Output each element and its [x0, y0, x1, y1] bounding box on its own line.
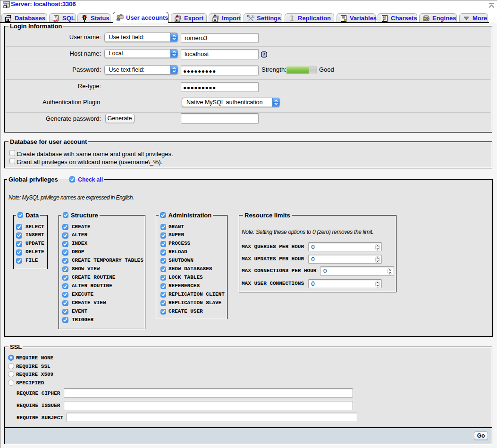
svg-text:?: ?	[263, 52, 265, 57]
svg-text:SQL: SQL	[53, 19, 59, 22]
